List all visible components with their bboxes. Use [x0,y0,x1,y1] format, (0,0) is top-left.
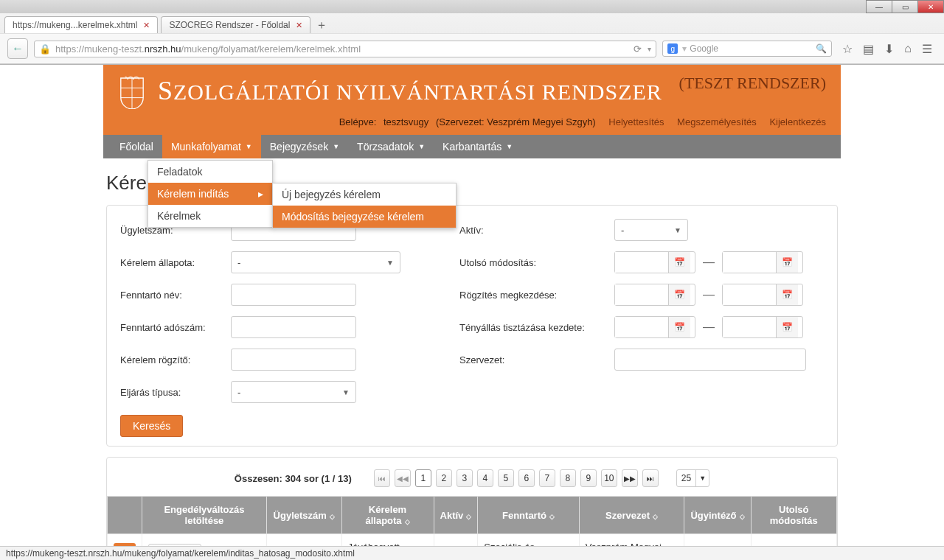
menu-icon[interactable]: ☰ [922,42,932,56]
col-ugyintezo[interactable]: Ügyintéző◇ [684,497,751,534]
workflow-dropdown: Feladatok Kérelem indítás ▸ Kérelmek Új … [148,160,273,228]
date-from-tenyallas[interactable]: 📅 [614,316,695,338]
sort-icon: ◇ [653,513,658,520]
window-maximize-button[interactable] [892,0,918,13]
date-from-utolso[interactable]: 📅 [614,251,695,273]
reload-icon[interactable]: ⟳ [634,43,642,55]
browser-chrome: https://mukeng...kerelmek.xhtml ✕ SZOCRE… [0,0,944,65]
home-icon[interactable]: ⌂ [904,42,912,56]
browser-tab-active[interactable]: https://mukeng...kerelmek.xhtml ✕ [4,16,158,33]
chevron-down-icon: ▼ [695,470,709,486]
pager-page[interactable]: 5 [498,469,514,487]
page-container: (TESZT RENDSZER) SZOLGÁLTATÓI NYILVÁNTAR… [103,65,841,560]
submenu-item-modify-entry[interactable]: Módosítás bejegyzése kérelem [273,206,456,228]
search-button[interactable]: Keresés [120,415,183,437]
pager-page[interactable]: 3 [457,469,473,487]
pager-prev[interactable]: ◀◀ [395,469,411,487]
label-fenntarto-nev: Fenntartó név: [120,290,223,301]
date-from-rogzites[interactable]: 📅 [614,284,695,306]
select-aktiv[interactable]: -▼ [614,219,688,241]
window-controls [0,0,944,13]
downloads-icon[interactable]: ⬇ [884,42,894,56]
link-personalize[interactable]: Megszemélyesítés [677,116,757,127]
label-aktiv: Aktív: [459,225,607,236]
search-icon[interactable]: 🔍 [816,43,827,54]
pager-pagesize[interactable]: 25▼ [676,469,709,487]
submenu-item-new-entry[interactable]: Új bejegyzés kérelem [273,183,456,206]
col-engedely[interactable]: Engedélyváltozás letöltése [142,497,267,534]
dropdown-icon[interactable]: ▾ [648,45,651,53]
col-allapot[interactable]: Kérelem állapota◇ [341,497,434,534]
sort-icon: ◇ [740,513,745,520]
chevron-down-icon: ▼ [333,143,339,150]
calendar-icon[interactable]: 📅 [776,252,798,273]
col-fenntarto[interactable]: Fenntartó◇ [478,497,579,534]
browser-toolbar-icons: ☆ ▤ ⬇ ⌂ ☰ [838,42,937,56]
date-to-utolso[interactable]: 📅 [722,251,803,273]
close-tab-icon[interactable]: ✕ [143,21,150,30]
calendar-icon[interactable]: 📅 [668,317,690,337]
nav-back-button[interactable]: ← [7,38,28,59]
calendar-icon[interactable]: 📅 [776,284,798,305]
pager-page[interactable]: 8 [560,469,576,487]
sort-icon: ◇ [330,513,335,520]
app-header: (TESZT RENDSZER) SZOLGÁLTATÓI NYILVÁNTAR… [103,65,841,135]
pager-page[interactable]: 1 [415,469,431,487]
window-minimize-button[interactable] [866,0,892,13]
pager-first[interactable]: ⏮ [374,469,390,487]
input-kerelem-rogzito[interactable] [231,349,356,371]
pager: Összesen: 304 sor (1 / 13) ⏮ ◀◀ 1 2 3 4 … [107,465,837,496]
nav-item-home[interactable]: Főoldal [111,135,162,158]
tab-title: SZOCREG Rendszer - Főoldal [169,20,290,30]
calendar-icon[interactable]: 📅 [776,317,798,337]
main-navbar: Főoldal Munkafolyamat▼ Bejegyzések▼ Törz… [103,135,841,158]
input-szervezet[interactable] [614,349,806,371]
input-fenntarto-nev[interactable] [231,284,356,306]
label-kerelem-allapota: Kérelem állapota: [120,257,223,268]
date-to-rogzites[interactable]: 📅 [722,284,803,306]
login-info-bar: Belépve: tesztsvugy (Szervezet: Veszprém… [118,116,826,127]
dropdown-item-requests[interactable]: Kérelmek [148,205,272,227]
url-scheme: https:// [55,43,84,55]
link-impersonate[interactable]: Helyettesítés [608,116,664,127]
nav-item-entries[interactable]: Bejegyzések▼ [261,135,348,158]
pager-page[interactable]: 7 [539,469,555,487]
nav-item-masterdata[interactable]: Törzsadatok▼ [348,135,434,158]
nav-item-workflow[interactable]: Munkafolyamat▼ [162,135,261,158]
pager-summary: Összesen: 304 sor (1 / 13) [235,473,352,484]
url-input[interactable]: 🔒 https://mukeng-teszt.nrszh.hu/mukeng/f… [34,41,656,57]
login-label: Belépve: [339,116,377,127]
new-tab-button[interactable]: ＋ [313,17,330,33]
browser-search-input[interactable]: g ▾ Google 🔍 [662,41,832,57]
select-kerelem-allapota[interactable]: -▼ [231,251,400,273]
link-logout[interactable]: Kijelentkezés [769,116,826,127]
nav-item-maintenance[interactable]: Karbantartás▼ [434,135,521,158]
pager-last[interactable]: ⏭ [642,469,659,487]
pager-page[interactable]: 6 [518,469,535,487]
chevron-down-icon: ▼ [674,226,681,234]
browser-status-bar: https://mukeng-teszt.nrszh.hu/mukeng/fol… [0,546,944,560]
select-eljaras-tipusa[interactable]: -▼ [231,381,356,403]
browser-tab[interactable]: SZOCREG Rendszer - Főoldal ✕ [161,16,310,33]
date-to-tenyallas[interactable]: 📅 [722,316,803,338]
url-path: /mukeng/folyamat/kerelem/kerelmek.xhtml [181,43,361,55]
input-fenntarto-adoszam[interactable] [231,316,356,338]
pager-page[interactable]: 10 [601,469,617,487]
label-kerelem-rogzito: Kérelem rögzítő: [120,354,223,365]
pager-page[interactable]: 9 [580,469,597,487]
col-ugyletszam[interactable]: Ügyletszám◇ [266,497,341,534]
col-modositas[interactable]: Utolsó módosítás [751,497,836,534]
calendar-icon[interactable]: 📅 [668,284,690,305]
pager-page[interactable]: 2 [436,469,452,487]
close-tab-icon[interactable]: ✕ [296,21,302,30]
pager-page[interactable]: 4 [477,469,493,487]
calendar-icon[interactable]: 📅 [668,252,690,273]
bookmark-icon[interactable]: ☆ [842,42,853,56]
dropdown-item-request-start[interactable]: Kérelem indítás ▸ [148,183,272,205]
col-aktiv[interactable]: Aktív◇ [434,497,478,534]
window-close-button[interactable] [917,0,944,13]
library-icon[interactable]: ▤ [863,42,874,56]
col-szervezet[interactable]: Szervezet◇ [579,497,684,534]
dropdown-item-tasks[interactable]: Feladatok [148,161,272,183]
pager-next[interactable]: ▶▶ [622,469,638,487]
